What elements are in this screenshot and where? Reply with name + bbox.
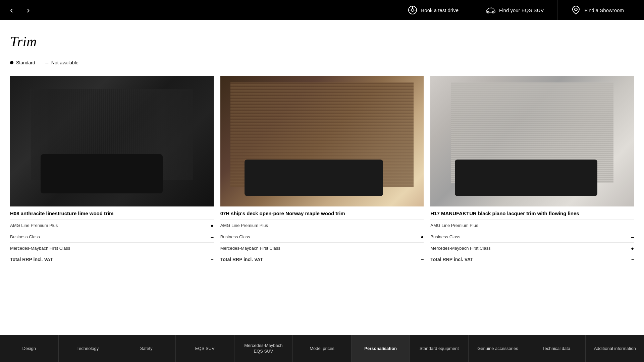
legend-standard-label: Standard [16, 60, 35, 65]
total-label: Total RRP incl. VAT [430, 254, 624, 265]
table-row: Mercedes-Maybach First Class – [220, 243, 424, 254]
table-row-total: Total RRP incl. VAT – [430, 254, 634, 265]
trim-image-h17 [430, 76, 634, 206]
standard-dot-icon [10, 61, 13, 64]
bottom-nav-additional-information-label: Additional information [594, 346, 636, 352]
row-value: ● [204, 220, 214, 231]
svg-point-9 [575, 8, 577, 11]
row-value: ● [414, 231, 424, 243]
trim-name-h08: H08 anthracite linestructure lime wood t… [10, 206, 214, 220]
row-label: Business Class [430, 231, 624, 243]
row-label: Mercedes-Maybach First Class [220, 243, 414, 254]
bottom-nav-technology[interactable]: Technology [59, 335, 117, 362]
row-label: Mercedes-Maybach First Class [430, 243, 624, 254]
row-label: AMG Line Premium Plus [430, 220, 624, 231]
bottom-nav-personalisation[interactable]: Personalisation [352, 335, 410, 362]
trims-grid: H08 anthracite linestructure lime wood t… [10, 76, 634, 265]
table-row: AMG Line Premium Plus ● [10, 220, 214, 231]
svg-point-1 [411, 9, 414, 11]
legend-not-available-label: Not available [51, 60, 78, 65]
trim-card-h17: H17 MANUFAKTUR black piano lacquer trim … [430, 76, 634, 265]
row-value: – [624, 220, 634, 231]
row-value: ● [624, 243, 634, 254]
car-icon: ? [486, 5, 496, 15]
row-label: Business Class [220, 231, 414, 243]
table-row: Mercedes-Maybach First Class ● [430, 243, 634, 254]
find-showroom-label: Find a Showroom [584, 7, 624, 13]
trim-name-h17: H17 MANUFAKTUR black piano lacquer trim … [430, 206, 634, 220]
row-label: AMG Line Premium Plus [10, 220, 204, 231]
trim-table-h17: AMG Line Premium Plus – Business Class –… [430, 220, 634, 265]
row-value: – [414, 220, 424, 231]
nav-actions: Book a test drive ? Find your EQS SUV [394, 0, 637, 20]
table-row-total: Total RRP incl. VAT – [220, 254, 424, 265]
bottom-nav-genuine-accessories[interactable]: Genuine accessories [469, 335, 527, 362]
steering-wheel-icon [408, 5, 418, 15]
trim-card-07h: 07H ship's deck open-pore Norway maple w… [220, 76, 424, 265]
total-label: Total RRP incl. VAT [10, 254, 204, 265]
row-label: Business Class [10, 231, 204, 243]
book-test-drive-label: Book a test drive [421, 7, 459, 13]
table-row: Business Class – [430, 231, 634, 243]
table-row: AMG Line Premium Plus – [430, 220, 634, 231]
bottom-nav-mercedes-maybach-eqs-suv[interactable]: Mercedes-Maybach EQS SUV [234, 335, 293, 362]
bottom-nav-technical-data[interactable]: Technical data [527, 335, 586, 362]
nav-arrows: ‹ › [7, 5, 33, 15]
row-label: Mercedes-Maybach First Class [10, 243, 204, 254]
bottom-nav-standard-equipment-label: Standard equipment [420, 346, 459, 352]
bottom-nav-personalisation-label: Personalisation [364, 346, 397, 352]
row-value: – [624, 231, 634, 243]
table-row: AMG Line Premium Plus – [220, 220, 424, 231]
location-icon [571, 5, 581, 15]
trim-table-07h: AMG Line Premium Plus – Business Class ●… [220, 220, 424, 265]
bottom-nav-mercedes-maybach-label: Mercedes-Maybach EQS SUV [239, 343, 288, 354]
total-value: – [624, 254, 634, 265]
bottom-nav-eqs-suv[interactable]: EQS SUV [176, 335, 234, 362]
top-navigation: ‹ › Book a test drive [0, 0, 644, 20]
legend-not-available: – Not available [45, 60, 78, 66]
main-content: Trim Standard – Not available H08 anthra… [0, 20, 644, 285]
trim-image-07h [220, 76, 424, 206]
row-value: – [204, 231, 214, 243]
book-test-drive-button[interactable]: Book a test drive [394, 0, 472, 20]
row-value: – [204, 243, 214, 254]
row-value: – [414, 243, 424, 254]
bottom-nav-technology-label: Technology [77, 346, 99, 352]
table-row: Business Class ● [220, 231, 424, 243]
next-arrow[interactable]: › [23, 5, 33, 15]
bottom-nav-design-label: Design [22, 346, 36, 352]
bottom-nav-additional-information[interactable]: Additional information [586, 335, 644, 362]
row-label: AMG Line Premium Plus [220, 220, 414, 231]
trim-image-h08 [10, 76, 214, 206]
trim-table-h08: AMG Line Premium Plus ● Business Class –… [10, 220, 214, 265]
trim-card-h08: H08 anthracite linestructure lime wood t… [10, 76, 214, 265]
legend: Standard – Not available [10, 60, 634, 66]
bottom-navigation: Design Technology Safety EQS SUV Mercede… [0, 335, 644, 362]
find-eqs-suv-button[interactable]: ? Find your EQS SUV [472, 0, 557, 20]
prev-arrow[interactable]: ‹ [7, 5, 16, 15]
legend-standard: Standard [10, 60, 35, 65]
not-available-dash-icon: – [45, 60, 49, 66]
bottom-nav-safety-label: Safety [140, 346, 153, 352]
bottom-nav-standard-equipment[interactable]: Standard equipment [410, 335, 469, 362]
bottom-nav-eqs-suv-label: EQS SUV [195, 346, 215, 352]
bottom-nav-design[interactable]: Design [0, 335, 59, 362]
bottom-nav-model-prices[interactable]: Model prices [293, 335, 352, 362]
find-showroom-button[interactable]: Find a Showroom [557, 0, 637, 20]
table-row: Mercedes-Maybach First Class – [10, 243, 214, 254]
trim-name-07h: 07H ship's deck open-pore Norway maple w… [220, 206, 424, 220]
total-value: – [414, 254, 424, 265]
page-title: Trim [10, 34, 634, 50]
bottom-nav-genuine-accessories-label: Genuine accessories [477, 346, 518, 352]
total-label: Total RRP incl. VAT [220, 254, 414, 265]
total-value: – [204, 254, 214, 265]
bottom-nav-model-prices-label: Model prices [310, 346, 334, 352]
bottom-nav-safety[interactable]: Safety [117, 335, 176, 362]
bottom-nav-technical-data-label: Technical data [542, 346, 570, 352]
table-row: Business Class – [10, 231, 214, 243]
find-eqs-suv-label: Find your EQS SUV [499, 7, 544, 13]
table-row-total: Total RRP incl. VAT – [10, 254, 214, 265]
